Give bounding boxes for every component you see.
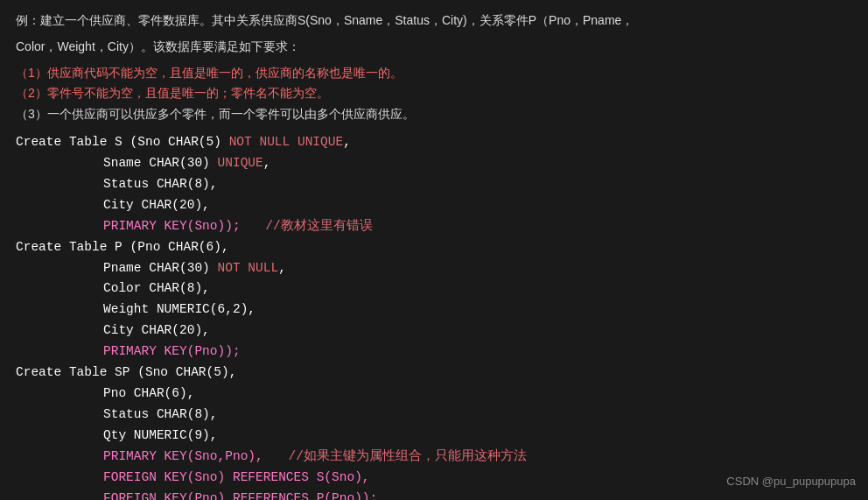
table-sp-line1: Create Table SP (Sno CHAR(5), xyxy=(16,363,852,384)
intro-text-2: Color，Weight，City）。该数据库要满足如下要求： xyxy=(16,39,300,53)
table-p-line6: PRIMARY KEY(Pno)); xyxy=(16,342,852,363)
req-1: （1）供应商代码不能为空，且值是唯一的，供应商的名称也是唯一的。 xyxy=(16,63,852,84)
intro-text-1: 例：建立一个供应商、零件数据库。其中关系供应商S(Sno，Sname，Statu… xyxy=(16,13,634,27)
table-p-line3: Color CHAR(8), xyxy=(16,278,852,299)
req-3: （3）一个供应商可以供应多个零件，而一个零件可以由多个供应商供应。 xyxy=(16,104,852,125)
table-s-line1: Create Table S (Sno CHAR(5) NOT NULL UNI… xyxy=(16,132,852,153)
table-s-line5: PRIMARY KEY(Sno)); //教材这里有错误 xyxy=(16,216,852,237)
table-sp-line5: PRIMARY KEY(Sno,Pno), //如果主键为属性组合，只能用这种方… xyxy=(16,447,852,468)
table-sp-line3: Status CHAR(8), xyxy=(16,405,852,426)
intro-line2: Color，Weight，City）。该数据库要满足如下要求： xyxy=(16,37,852,58)
req-3-text: （3）一个供应商可以供应多个零件，而一个零件可以由多个供应商供应。 xyxy=(16,107,415,121)
code-block: Create Table S (Sno CHAR(5) NOT NULL UNI… xyxy=(16,132,852,500)
main-content: 例：建立一个供应商、零件数据库。其中关系供应商S(Sno，Sname，Statu… xyxy=(0,0,868,500)
table-sp-line4: Qty NUMERIC(9), xyxy=(16,426,852,447)
table-s-line3: Status CHAR(8), xyxy=(16,174,852,195)
watermark: CSDN @pu_pupupupupa xyxy=(726,473,856,491)
table-p-line4: Weight NUMERIC(6,2), xyxy=(16,299,852,320)
table-p-line1: Create Table P (Pno CHAR(6), xyxy=(16,237,852,258)
req-1-text: （1）供应商代码不能为空，且值是唯一的，供应商的名称也是唯一的。 xyxy=(16,66,402,80)
table-sp-line2: Pno CHAR(6), xyxy=(16,384,852,405)
intro-line1: 例：建立一个供应商、零件数据库。其中关系供应商S(Sno，Sname，Statu… xyxy=(16,11,852,32)
table-s-line4: City CHAR(20), xyxy=(16,195,852,216)
table-s-line2: Sname CHAR(30) UNIQUE, xyxy=(16,153,852,174)
table-p-line5: City CHAR(20), xyxy=(16,320,852,342)
table-p-line2: Pname CHAR(30) NOT NULL, xyxy=(16,258,852,279)
req-2: （2）零件号不能为空，且值是唯一的；零件名不能为空。 xyxy=(16,83,852,104)
req-2-text: （2）零件号不能为空，且值是唯一的；零件名不能为空。 xyxy=(16,86,329,100)
